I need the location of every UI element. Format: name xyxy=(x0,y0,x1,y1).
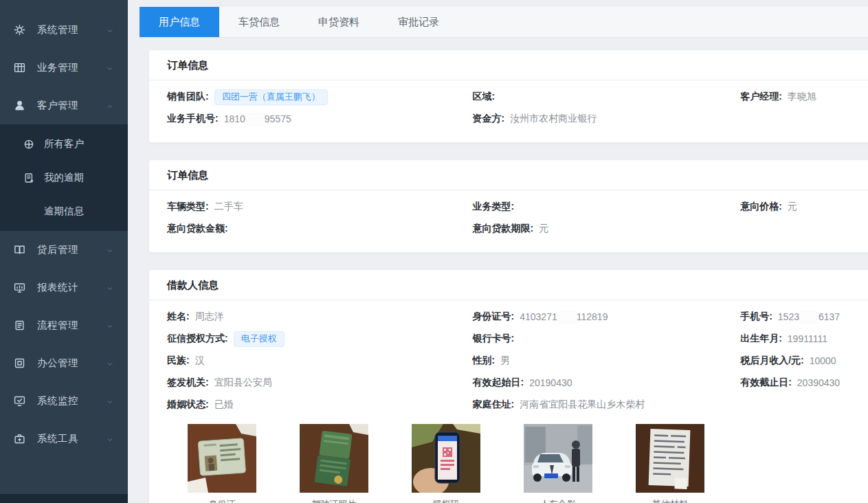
field-label: 签发机关: xyxy=(167,377,209,389)
sidebar-item-label: 系统监控 xyxy=(37,394,78,407)
sidebar-item-5[interactable]: 流程管理 xyxy=(0,306,128,344)
field-label: 姓名: xyxy=(167,311,190,323)
green-book-photo[interactable]: 驾驶证照片 xyxy=(300,424,368,503)
card-body: 销售团队:四团一营（直属王鹏飞）区域:客户经理:李晓旭业务手机号:1810955… xyxy=(149,80,868,142)
gear-icon xyxy=(14,24,25,36)
field-cell: 有效起始日:20190430 xyxy=(473,377,741,389)
sidebar-item-3[interactable]: 贷后管理 xyxy=(0,231,128,269)
chevron-down-icon xyxy=(106,246,114,254)
tag-badge[interactable]: 电子授权 xyxy=(234,331,285,347)
sidebar-item-2[interactable]: 客户管理 xyxy=(0,87,128,124)
field-label: 性别: xyxy=(473,355,496,367)
sidebar-footer xyxy=(0,494,128,503)
field-label: 家庭住址: xyxy=(473,399,515,411)
field-value: 19911111 xyxy=(788,333,827,344)
sidebar-item-label: 办公管理 xyxy=(37,357,78,370)
field-cell: 业务手机号:181095575 xyxy=(167,113,473,125)
field-value: 20190430 xyxy=(529,377,572,388)
green-book-photo-thumbnail[interactable] xyxy=(300,424,368,493)
sidebar-subitem-1[interactable]: 我的逾期 xyxy=(0,161,128,194)
field-cell: 征信授权方式:电子授权 xyxy=(167,331,473,347)
field-value: 汝州市农村商业银行 xyxy=(510,113,597,125)
sidebar-item-6[interactable]: 办公管理 xyxy=(0,344,128,382)
field-label: 业务手机号: xyxy=(167,113,219,125)
tab-1[interactable]: 车贷信息 xyxy=(219,7,299,37)
tag-badge[interactable]: 四团一营（直属王鹏飞） xyxy=(214,89,328,105)
field-cell: 有效截止日:20390430 xyxy=(740,377,854,389)
sidebar-item-8[interactable]: 系统工具 xyxy=(0,420,128,458)
field-cell: 意向贷款金额: xyxy=(167,223,473,235)
card-title: 订单信息 xyxy=(149,50,868,80)
field-row: 销售团队:四团一营（直属王鹏飞）区域:客户经理:李晓旭 xyxy=(167,86,854,108)
field-label: 手机号: xyxy=(740,311,772,323)
field-row: 签发机关:宜阳县公安局有效起始日:20190430有效截止日:20390430 xyxy=(167,372,854,394)
field-cell: 身份证号:4103271112819 xyxy=(473,311,741,323)
document-photo[interactable]: 其他材料 xyxy=(636,424,704,503)
sidebar-item-label: 报表统计 xyxy=(37,281,78,294)
field-value: 男 xyxy=(500,355,510,367)
sidebar-item-label: 贷后管理 xyxy=(37,243,78,256)
office-icon xyxy=(14,357,25,369)
field-row: 意向贷款金额:意向贷款期限:元 xyxy=(167,218,854,240)
sidebar-item-7[interactable]: 系统监控 xyxy=(0,382,128,420)
document-photo-thumbnail[interactable] xyxy=(636,424,704,493)
monitor-check-icon xyxy=(14,395,25,407)
field-label: 车辆类型: xyxy=(167,201,209,213)
toolbox-icon xyxy=(14,433,25,445)
field-value-suffix: 95575 xyxy=(265,113,291,124)
sidebar-item-label: 客户管理 xyxy=(37,99,78,112)
id-card-photo[interactable]: 身份证 xyxy=(188,424,256,503)
sidebar-item-4[interactable]: 报表统计 xyxy=(0,269,128,306)
id-card-photo-thumbnail[interactable] xyxy=(188,424,256,493)
field-label: 婚姻状态: xyxy=(167,399,209,411)
field-cell: 车辆类型:二手车 xyxy=(167,201,473,213)
sidebar-item-0[interactable]: 系统管理 xyxy=(0,11,128,49)
field-value: 20390430 xyxy=(797,377,840,388)
sidebar-item-label: 系统管理 xyxy=(37,23,78,36)
grid-icon xyxy=(14,62,25,74)
field-label: 意向价格: xyxy=(740,201,782,213)
field-cell: 手机号:15236137 xyxy=(740,311,854,323)
redaction-blur xyxy=(558,312,576,322)
field-label: 税后月收入/元: xyxy=(740,355,804,367)
field-value: 宜阳县公安局 xyxy=(214,377,272,389)
chevron-down-icon xyxy=(106,359,114,368)
sidebar-subitem-0[interactable]: 所有客户 xyxy=(0,127,128,161)
field-label: 出生年月: xyxy=(740,333,782,345)
field-label: 身份证号: xyxy=(473,311,515,323)
phone-qr-photo[interactable]: 授权码 xyxy=(412,424,480,503)
field-label: 民族: xyxy=(167,355,190,367)
field-label: 资金方: xyxy=(473,113,505,125)
notebook-icon xyxy=(23,172,34,183)
photo-caption: 授权码 xyxy=(412,499,480,503)
chevron-down-icon xyxy=(106,435,114,443)
redaction-blur xyxy=(246,114,264,124)
photo-caption: 人车合影 xyxy=(524,499,592,503)
field-value: 李晓旭 xyxy=(788,91,816,103)
field-label: 有效截止日: xyxy=(740,377,792,389)
sidebar-item-label: 流程管理 xyxy=(37,319,78,332)
tab-0[interactable]: 用户信息 xyxy=(140,7,219,37)
field-cell: 业务类型: xyxy=(473,201,741,213)
sidebar-subitem-2[interactable]: 逾期信息 xyxy=(0,194,128,228)
field-cell: 客户经理:李晓旭 xyxy=(740,91,854,103)
sidebar-item-1[interactable]: 业务管理 xyxy=(0,49,128,87)
photo-caption: 其他材料 xyxy=(636,499,704,503)
car-person-photo-thumbnail[interactable] xyxy=(524,424,592,493)
field-value: 10000 xyxy=(810,355,836,366)
car-person-photo[interactable]: 人车合影 xyxy=(524,424,592,503)
user-icon xyxy=(14,100,25,111)
card-2: 借款人信息姓名:周志洋身份证号:4103271112819手机号:1523613… xyxy=(148,269,868,503)
photo-caption: 驾驶证照片 xyxy=(300,499,368,503)
field-label: 区域: xyxy=(473,91,496,103)
tab-2[interactable]: 申贷资料 xyxy=(299,7,379,37)
field-value: 元 xyxy=(788,201,797,213)
field-cell: 税后月收入/元:10000 xyxy=(740,355,854,367)
field-row: 车辆类型:二手车业务类型:意向价格:元 xyxy=(167,196,854,218)
tab-3[interactable]: 审批记录 xyxy=(379,7,458,37)
content-scroll: 订单信息销售团队:四团一营（直属王鹏飞）区域:客户经理:李晓旭业务手机号:181… xyxy=(128,38,868,503)
field-cell: 婚姻状态:已婚 xyxy=(167,399,473,411)
phone-qr-photo-thumbnail[interactable] xyxy=(412,424,480,493)
field-cell: 资金方:汝州市农村商业银行 xyxy=(473,113,741,125)
tab-bar: 用户信息车贷信息申贷资料审批记录 xyxy=(140,7,868,38)
